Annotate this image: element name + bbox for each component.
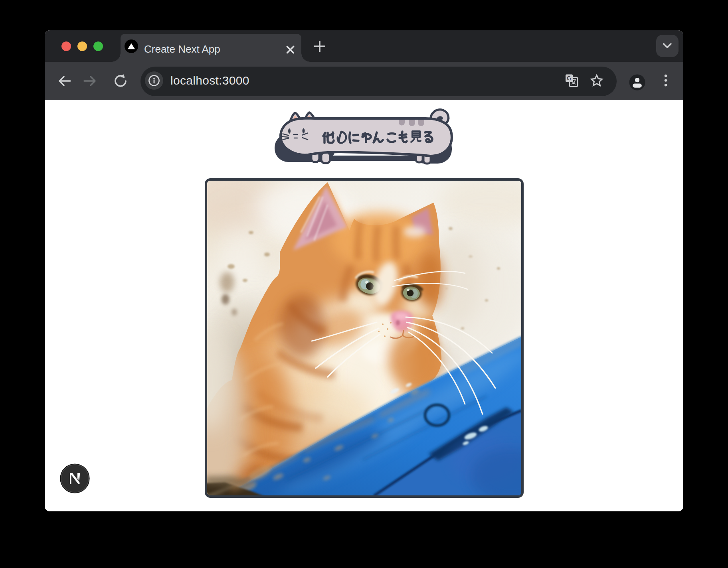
svg-text:G: G: [567, 75, 571, 81]
